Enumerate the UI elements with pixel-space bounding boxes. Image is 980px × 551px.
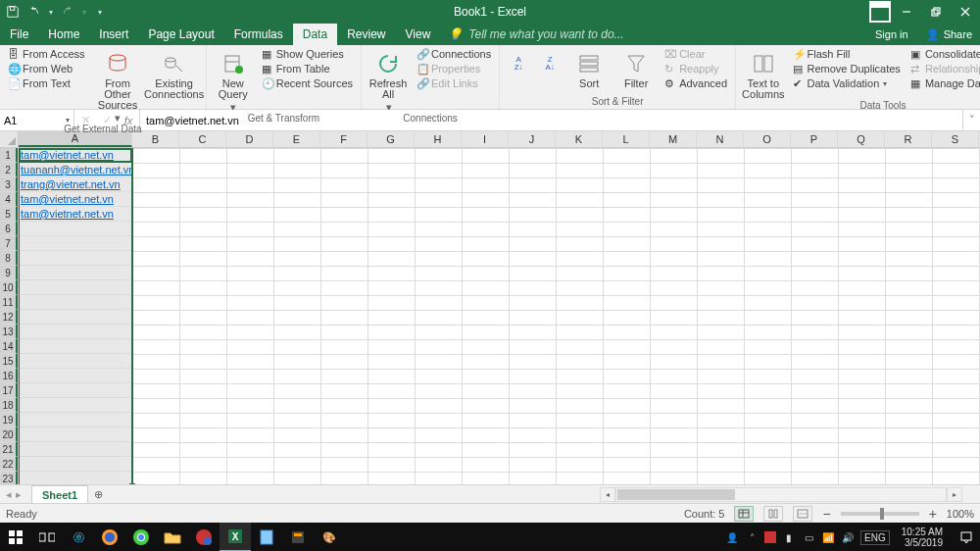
tray-clock[interactable]: 10:25 AM 3/5/2019: [896, 526, 949, 548]
row-header-15[interactable]: 15: [0, 354, 18, 369]
row-header-21[interactable]: 21: [0, 442, 18, 457]
show-queries-button[interactable]: ▦Show Queries: [260, 47, 355, 61]
clear-button[interactable]: ⌧Clear: [662, 47, 729, 61]
row-header-1[interactable]: 1: [0, 148, 18, 163]
cell-A10[interactable]: [19, 280, 131, 295]
save-icon[interactable]: [6, 5, 20, 19]
row-header-22[interactable]: 22: [0, 457, 18, 472]
hscroll-left-icon[interactable]: ◂: [600, 487, 615, 502]
tray-network-icon[interactable]: ▮: [782, 530, 796, 544]
cell-A6[interactable]: [19, 222, 131, 236]
tab-data[interactable]: Data: [293, 24, 337, 45]
tray-app-icon[interactable]: [764, 531, 776, 543]
column-header-L[interactable]: L: [603, 131, 650, 147]
tab-page-layout[interactable]: Page Layout: [138, 24, 223, 45]
hscroll-thumb[interactable]: [617, 489, 735, 500]
existing-connections-button[interactable]: Existing Connections: [148, 47, 199, 100]
cell-A1[interactable]: tam@vietnet.net.vn: [19, 148, 131, 163]
cell-A21[interactable]: [19, 442, 131, 457]
cell-A14[interactable]: [19, 339, 131, 354]
filter-button[interactable]: Filter: [615, 47, 657, 89]
column-header-H[interactable]: H: [415, 131, 462, 147]
column-header-E[interactable]: E: [273, 131, 320, 147]
tab-file[interactable]: File: [0, 24, 38, 45]
row-header-10[interactable]: 10: [0, 280, 18, 295]
properties-button[interactable]: 📋Properties: [415, 62, 493, 75]
select-all-corner[interactable]: [0, 131, 19, 148]
row-header-20[interactable]: 20: [0, 427, 18, 442]
reapply-button[interactable]: ↻Reapply: [662, 62, 729, 75]
remove-duplicates-button[interactable]: ▤Remove Duplicates: [791, 62, 903, 75]
from-access-button[interactable]: 🗄From Access: [6, 47, 87, 61]
cell-A13[interactable]: [19, 325, 131, 339]
taskbar-sublime-icon[interactable]: [282, 523, 314, 551]
column-header-O[interactable]: O: [744, 131, 791, 147]
text-to-columns-button[interactable]: Text to Columns: [742, 47, 784, 100]
recent-sources-button[interactable]: 🕘Recent Sources: [260, 76, 355, 90]
flash-fill-button[interactable]: ⚡Flash Fill: [791, 47, 903, 61]
taskbar-app-icon[interactable]: [188, 523, 220, 551]
consolidate-button[interactable]: ▣Consolidate: [908, 47, 980, 61]
cell-A12[interactable]: [19, 310, 131, 325]
sheet-tab-sheet1[interactable]: Sheet1: [31, 485, 88, 503]
qat-customize-icon[interactable]: ▾: [98, 8, 102, 17]
row-header-17[interactable]: 17: [0, 383, 18, 398]
sign-in-link[interactable]: Sign in: [865, 24, 918, 45]
undo-dropdown-icon[interactable]: ▾: [49, 8, 53, 17]
cell-A11[interactable]: [19, 295, 131, 310]
row-header-2[interactable]: 2: [0, 163, 18, 177]
column-header-Q[interactable]: Q: [838, 131, 885, 147]
zoom-out-button[interactable]: −: [822, 506, 830, 522]
hscroll-right-icon[interactable]: ▸: [947, 487, 962, 502]
taskbar-chrome-icon[interactable]: [125, 523, 157, 551]
sort-az-button[interactable]: AZ↓: [506, 47, 531, 76]
cell-area[interactable]: tam@vietnet.net.vntuananh@vietnet.net.vn…: [19, 148, 980, 484]
cell-A16[interactable]: [19, 369, 131, 383]
cell-A17[interactable]: [19, 383, 131, 398]
tab-view[interactable]: View: [396, 24, 441, 45]
edit-links-button[interactable]: 🔗Edit Links: [415, 76, 493, 90]
taskbar-edge-icon[interactable]: ⓔ: [63, 523, 94, 551]
taskbar-explorer-icon[interactable]: [157, 523, 188, 551]
from-table-button[interactable]: ▦From Table: [260, 62, 355, 75]
cell-A5[interactable]: tam@vietnet.net.vn: [19, 207, 131, 222]
connections-button[interactable]: 🔗Connections: [415, 47, 493, 61]
cell-A18[interactable]: [19, 398, 131, 413]
cell-A9[interactable]: [19, 266, 131, 280]
column-header-F[interactable]: F: [320, 131, 368, 147]
zoom-level[interactable]: 100%: [947, 508, 974, 520]
row-header-3[interactable]: 3: [0, 177, 18, 192]
row-header-18[interactable]: 18: [0, 398, 18, 413]
view-normal-button[interactable]: [734, 506, 754, 522]
cell-A20[interactable]: [19, 427, 131, 442]
column-header-M[interactable]: M: [650, 131, 697, 147]
tray-people-icon[interactable]: 👤: [725, 530, 739, 544]
tray-wifi-icon[interactable]: 📶: [821, 530, 835, 544]
row-header-6[interactable]: 6: [0, 222, 18, 236]
sort-za-button[interactable]: ZA↓: [537, 47, 563, 76]
taskbar-paint-icon[interactable]: 🎨: [314, 523, 345, 551]
refresh-all-button[interactable]: Refresh All▾: [368, 47, 409, 113]
ribbon-display-options-icon[interactable]: [868, 0, 892, 24]
undo-icon[interactable]: [27, 5, 41, 19]
tab-home[interactable]: Home: [38, 24, 89, 45]
new-query-button[interactable]: New Query▾: [213, 47, 254, 113]
tray-language[interactable]: ENG: [860, 530, 890, 545]
column-a-selection[interactable]: tam@vietnet.net.vntuananh@vietnet.net.vn…: [19, 148, 132, 484]
row-header-5[interactable]: 5: [0, 207, 18, 222]
share-button[interactable]: 👤 Share: [918, 24, 980, 45]
from-text-button[interactable]: 📄From Text: [6, 76, 87, 90]
tray-volume-icon[interactable]: 🔊: [841, 530, 855, 544]
redo-icon[interactable]: [61, 5, 74, 19]
new-sheet-button[interactable]: ⊕: [88, 485, 108, 503]
tray-up-icon[interactable]: ˄: [745, 530, 759, 544]
taskbar-notepad-icon[interactable]: [251, 523, 282, 551]
row-header-14[interactable]: 14: [0, 339, 18, 354]
relationships-button[interactable]: ⇄Relationships: [908, 62, 980, 75]
column-header-S[interactable]: S: [932, 131, 979, 147]
column-header-K[interactable]: K: [556, 131, 603, 147]
cell-A15[interactable]: [19, 354, 131, 369]
tab-insert[interactable]: Insert: [89, 24, 138, 45]
row-header-19[interactable]: 19: [0, 413, 18, 427]
cell-A23[interactable]: [19, 472, 131, 484]
